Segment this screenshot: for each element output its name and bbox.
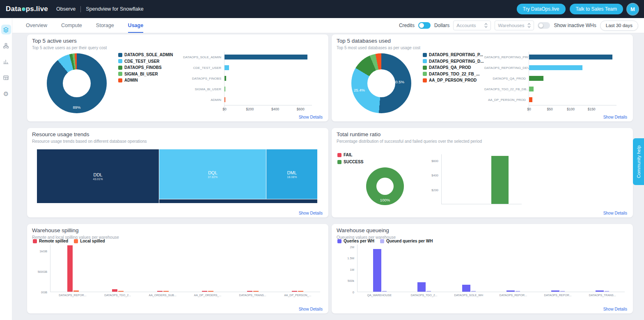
- show-details-link[interactable]: Show Details: [299, 115, 323, 119]
- sidebar-item-settings[interactable]: ⚙: [1, 89, 11, 98]
- bar[interactable]: [73, 290, 79, 292]
- topnav-product[interactable]: Spendview for Snowflake: [86, 6, 143, 12]
- bar-track: [529, 94, 616, 105]
- treemap-block-dml[interactable]: DML18.08%: [266, 149, 317, 199]
- x-category-label: AA_ORDERS_SUB...: [140, 292, 185, 299]
- bar[interactable]: [298, 291, 303, 292]
- horizontal-bar-chart: DATAOPS_SOLE_ADMINCDE_TEST_USERDATAOPS_F…: [180, 52, 312, 112]
- credits-dollars-toggle[interactable]: [418, 22, 431, 29]
- x-axis: QA_WAREHOUSEDATAOPS_TDO_2...DATAOPS_SOLE…: [357, 292, 625, 299]
- toggle-knob: [419, 23, 424, 28]
- legend-label: DATAOPS_QA_PROD: [429, 65, 471, 70]
- bar[interactable]: [529, 87, 534, 91]
- show-inactive-toggle[interactable]: [538, 22, 550, 29]
- bar[interactable]: [471, 291, 476, 292]
- top-navigation: Observe Spendview for Snowflake: [56, 6, 144, 12]
- bar[interactable]: [529, 65, 582, 70]
- topnav-observe[interactable]: Observe: [56, 6, 76, 12]
- tab-usage[interactable]: Usage: [128, 18, 144, 33]
- bar[interactable]: [208, 291, 213, 292]
- date-range-button[interactable]: Last 30 days: [600, 21, 638, 31]
- show-details-link[interactable]: Show Details: [299, 211, 323, 215]
- try-dataops-button[interactable]: Try DataOps.live: [517, 4, 566, 14]
- accounts-select[interactable]: Accounts: [453, 21, 491, 30]
- legend-label: ADMIN: [124, 78, 138, 82]
- x-tick-label: $400: [271, 107, 279, 111]
- legend-item: FAIL: [337, 153, 363, 157]
- y-tick-label: 500GB: [38, 270, 47, 274]
- bar-row: DATAOPS_FINOBS: [180, 73, 312, 84]
- treemap-block-dql[interactable]: DQL37.82%: [159, 149, 266, 199]
- bar[interactable]: [225, 65, 229, 70]
- donut-chart[interactable]: 40.5% 25.4%: [351, 53, 411, 113]
- donut-chart[interactable]: 89%: [47, 53, 107, 113]
- sidebar-item-pipelines[interactable]: [1, 41, 11, 50]
- bar[interactable]: [551, 290, 559, 292]
- bar[interactable]: [426, 291, 431, 292]
- bar[interactable]: [157, 291, 163, 292]
- x-category-label: DATAOPS_SOLE_WH: [446, 292, 491, 299]
- show-details-link[interactable]: Show Details: [603, 307, 627, 311]
- vertical-bar-chart: 0500k1M1.5M2M QA_WAREHOUSEDATAOPS_TDO_2.…: [337, 245, 625, 299]
- sidebar: ⚙: [0, 18, 12, 320]
- sidebar-item-tables[interactable]: [1, 73, 11, 82]
- warehouses-select[interactable]: Warehouses: [495, 21, 534, 30]
- x-category-label: DATAOPS_REPOR...: [536, 292, 580, 299]
- bar[interactable]: [491, 156, 509, 204]
- bar[interactable]: [417, 282, 426, 292]
- bar[interactable]: [529, 97, 532, 102]
- bar[interactable]: [462, 285, 470, 292]
- legend-label: Local spilled: [80, 239, 105, 243]
- treemap-block-ddl[interactable]: DDL43.01%: [37, 149, 159, 203]
- bar[interactable]: [292, 291, 297, 292]
- bar[interactable]: [605, 291, 609, 292]
- bar[interactable]: [529, 76, 543, 81]
- bar[interactable]: [596, 290, 604, 292]
- bar[interactable]: [253, 291, 259, 292]
- donut-percent-label: 40.5%: [393, 80, 404, 84]
- bar[interactable]: [225, 97, 225, 102]
- talk-to-sales-button[interactable]: Talk to Sales Team: [570, 4, 623, 14]
- legend-item: Queries per WH: [337, 239, 374, 243]
- bar[interactable]: [67, 245, 73, 292]
- donut-chart[interactable]: 100%: [366, 167, 404, 205]
- tab-compute[interactable]: Compute: [61, 18, 82, 33]
- bar[interactable]: [112, 289, 117, 292]
- legend-item: SIGMA_BI_USER: [118, 72, 173, 76]
- show-details-link[interactable]: Show Details: [603, 115, 627, 119]
- legend-label: Remote spilled: [39, 239, 68, 243]
- sidebar-item-analytics[interactable]: [1, 57, 11, 66]
- bar[interactable]: [529, 55, 612, 59]
- bar[interactable]: [247, 291, 252, 292]
- bar[interactable]: [225, 87, 225, 91]
- bar[interactable]: [202, 291, 207, 292]
- bar[interactable]: [163, 291, 169, 292]
- y-tick-label: 2M: [350, 245, 354, 249]
- x-tick-label: $100: [567, 107, 575, 111]
- show-inactive-label: Show inactive WHs: [554, 23, 596, 28]
- x-category-label: AA_DP_PERSON_...: [275, 292, 320, 299]
- bar[interactable]: [118, 291, 124, 292]
- user-avatar[interactable]: M: [627, 4, 638, 15]
- x-category-label: DATAOPS_TDO_2...: [95, 292, 140, 299]
- legend-swatch-icon: [118, 59, 122, 63]
- bar[interactable]: [373, 249, 381, 292]
- show-details-link[interactable]: Show Details: [299, 307, 323, 311]
- bar[interactable]: [225, 76, 226, 81]
- sidebar-item-spendview[interactable]: [1, 25, 11, 34]
- show-details-link[interactable]: Show Details: [603, 211, 627, 215]
- bar[interactable]: [516, 291, 520, 292]
- bar[interactable]: [506, 290, 515, 292]
- tab-storage[interactable]: Storage: [96, 18, 114, 33]
- community-help-tab[interactable]: Community help: [633, 138, 644, 185]
- tab-overview[interactable]: Overview: [26, 18, 47, 33]
- bar[interactable]: [560, 291, 565, 292]
- legend-label: Queries per WH: [344, 239, 374, 243]
- logo[interactable]: Dataps.live: [6, 5, 48, 13]
- bar[interactable]: [382, 291, 387, 292]
- bar-group: [292, 245, 303, 292]
- card-warehouse-queueing: Warehouse queueing Queueing values per w…: [332, 224, 633, 313]
- bar-category-label: DATAOPS_FINOBS: [180, 77, 224, 80]
- legend-item: DATAOPS_SOLE_ADMIN: [118, 53, 173, 57]
- bar[interactable]: [225, 55, 307, 59]
